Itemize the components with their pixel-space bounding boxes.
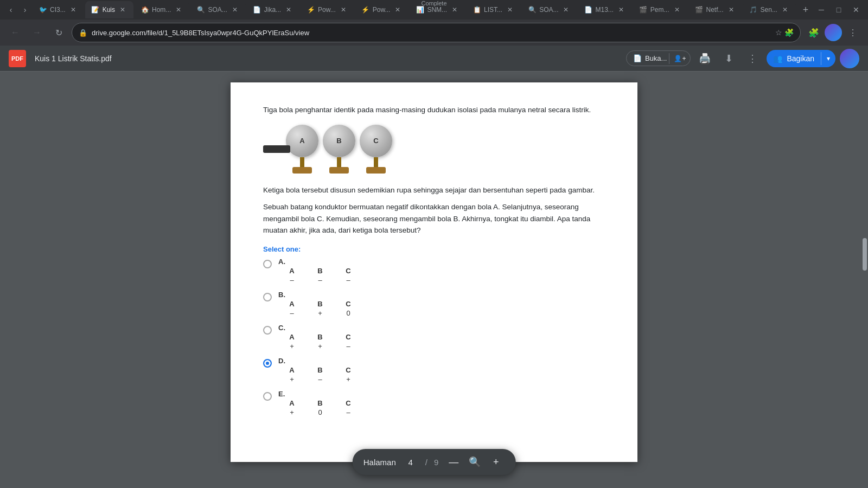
- maximize-btn[interactable]: □: [831, 2, 846, 17]
- tab-jika[interactable]: 📄 Jika... ✕: [247, 1, 299, 18]
- tab-net-label: Netf...: [706, 6, 724, 14]
- page-nav-input[interactable]: [403, 458, 419, 467]
- radio-d[interactable]: [263, 359, 272, 368]
- page-nav-sep: /: [425, 458, 427, 467]
- tab-back-btn[interactable]: ‹: [4, 3, 17, 16]
- tab-snm-close[interactable]: ✕: [450, 5, 459, 14]
- bookmark-icon[interactable]: ☆: [775, 28, 782, 37]
- opt-d-h2: B: [307, 366, 334, 374]
- address-bar[interactable]: 🔒 drive.google.com/file/d/1_5L9B8ETsIsya…: [72, 23, 801, 42]
- balls-illustration: A B C: [263, 125, 605, 174]
- url-text: drive.google.com/file/d/1_5L9B8ETsIsya0w…: [92, 29, 771, 37]
- buka-button[interactable]: 📄 Buka...: [627, 51, 669, 66]
- tab-soal2[interactable]: 🔍 SOA... ✕: [522, 1, 577, 18]
- settings-btn[interactable]: ⋮: [844, 24, 861, 41]
- extension-icon[interactable]: 🧩: [784, 28, 794, 37]
- option-row-a[interactable]: A. A B C – – –: [263, 258, 605, 284]
- back-btn[interactable]: ←: [7, 24, 24, 41]
- tab-pem-close[interactable]: ✕: [673, 5, 681, 14]
- buka-btn-group: 📄 Buka... 👤+: [626, 50, 691, 66]
- tab-pow2[interactable]: ⚡ Pow... ✕: [355, 1, 409, 18]
- opt-d-v3: +: [335, 375, 362, 383]
- tab-net-close[interactable]: ✕: [727, 5, 736, 14]
- bagikan-arrow-btn[interactable]: ▾: [821, 50, 835, 67]
- bagikan-button[interactable]: 👥 Bagikan: [767, 50, 821, 67]
- option-row-d[interactable]: D. A B C + – +: [263, 357, 605, 383]
- tab-sen-close[interactable]: ✕: [781, 5, 789, 14]
- zoom-icon: 🔍: [469, 456, 481, 468]
- option-row-c[interactable]: C. A B C + + –: [263, 324, 605, 350]
- option-table-a: A B C – – –: [278, 267, 362, 284]
- extensions-btn[interactable]: 🧩: [805, 24, 822, 41]
- option-content-c: C. A B C + + –: [278, 324, 362, 350]
- tab-jika-label: Jika...: [264, 6, 281, 14]
- zoom-out-btn[interactable]: —: [445, 453, 462, 471]
- scrollbar-track[interactable]: [861, 72, 868, 488]
- tab-kuis-close[interactable]: ✕: [118, 5, 127, 14]
- buka-add-btn[interactable]: 👤+: [669, 52, 690, 66]
- profile-menu-btn[interactable]: [825, 24, 842, 41]
- tab-home-close[interactable]: ✕: [174, 5, 183, 14]
- tab-pem-label: Pem...: [650, 6, 669, 14]
- doc-area: Tiga bola penghantar identik pada masing…: [0, 72, 868, 488]
- tab-forward-btn[interactable]: ›: [18, 3, 31, 16]
- opt-b-h1: A: [278, 300, 305, 308]
- tab-ci3-close[interactable]: ✕: [69, 5, 78, 14]
- new-tab-button[interactable]: +: [799, 3, 812, 16]
- radio-a[interactable]: [263, 260, 272, 268]
- tab-pow2-close[interactable]: ✕: [393, 5, 402, 14]
- stand-neck-b: [337, 157, 341, 167]
- tab-home[interactable]: 🏠 Hom... ✕: [135, 1, 189, 18]
- tab-sen[interactable]: 🎵 Sen... ✕: [743, 1, 796, 18]
- stand-base-b: [329, 167, 349, 174]
- option-row-e[interactable]: E. A B C + 0 –: [263, 390, 605, 416]
- close-btn[interactable]: ✕: [848, 2, 864, 17]
- bagikan-label: Bagikan: [787, 54, 814, 63]
- user-avatar[interactable]: [840, 49, 859, 68]
- tab-m13[interactable]: 📄 M13... ✕: [578, 1, 631, 18]
- stand-neck-c: [374, 157, 378, 167]
- tab-list-close[interactable]: ✕: [506, 5, 514, 14]
- zoom-in-btn[interactable]: +: [487, 453, 505, 471]
- tab-soal1-close[interactable]: ✕: [231, 5, 239, 14]
- tab-pow1-favicon: ⚡: [307, 6, 315, 14]
- option-letter-a: A.: [278, 258, 362, 266]
- opt-d-h3: C: [335, 366, 362, 374]
- tab-ci3-label: CI3...: [50, 6, 66, 14]
- opt-e-h1: A: [278, 399, 305, 407]
- option-table-b: A B C – + 0: [278, 300, 362, 317]
- option-content-b: B. A B C – + 0: [278, 291, 362, 317]
- select-label: Select one:: [263, 245, 605, 253]
- person-add-icon: 👤+: [674, 55, 686, 62]
- option-row-b[interactable]: B. A B C – + 0: [263, 291, 605, 317]
- tab-pem[interactable]: 🎬 Pem... ✕: [633, 1, 688, 18]
- minimize-btn[interactable]: ─: [814, 2, 829, 17]
- radio-b[interactable]: [263, 293, 272, 301]
- opt-c-h1: A: [278, 333, 305, 341]
- tab-ci3[interactable]: 🐦 CI3... ✕: [33, 1, 84, 18]
- toolbar-right: 🧩 ⋮: [805, 24, 861, 41]
- radio-c[interactable]: [263, 326, 272, 335]
- tab-pow1-close[interactable]: ✕: [339, 5, 348, 14]
- more-options-btn[interactable]: ⋮: [743, 49, 762, 68]
- page-nav-label: Halaman: [363, 458, 396, 467]
- tab-soal2-close[interactable]: ✕: [561, 5, 570, 14]
- tab-m13-close[interactable]: ✕: [617, 5, 626, 14]
- forward-btn[interactable]: →: [28, 24, 46, 41]
- tab-jika-close[interactable]: ✕: [284, 5, 293, 14]
- tab-net-favicon: 🎬: [695, 6, 703, 14]
- scrollbar-thumb[interactable]: [863, 238, 867, 271]
- tab-kuis[interactable]: 📝 Kuis ✕: [85, 1, 133, 18]
- print-btn[interactable]: 🖨️: [695, 49, 714, 68]
- tab-list[interactable]: 📋 LIST... ✕: [467, 1, 521, 18]
- radio-e[interactable]: [263, 392, 272, 401]
- tab-pow1[interactable]: ⚡ Pow... ✕: [301, 1, 354, 18]
- description2-paragraph: Sebuah batang konduktor bermuatan negati…: [263, 201, 605, 236]
- reload-btn[interactable]: ↻: [50, 24, 67, 41]
- tab-soal1[interactable]: 🔍 SOA... ✕: [190, 1, 245, 18]
- download-btn[interactable]: ⬇: [719, 49, 738, 68]
- tab-jika-favicon: 📄: [253, 6, 261, 14]
- tab-net[interactable]: 🎬 Netf... ✕: [689, 1, 742, 18]
- tab-soal2-label: SOA...: [539, 6, 558, 14]
- intro-paragraph: Tiga bola penghantar identik pada masing…: [263, 104, 605, 116]
